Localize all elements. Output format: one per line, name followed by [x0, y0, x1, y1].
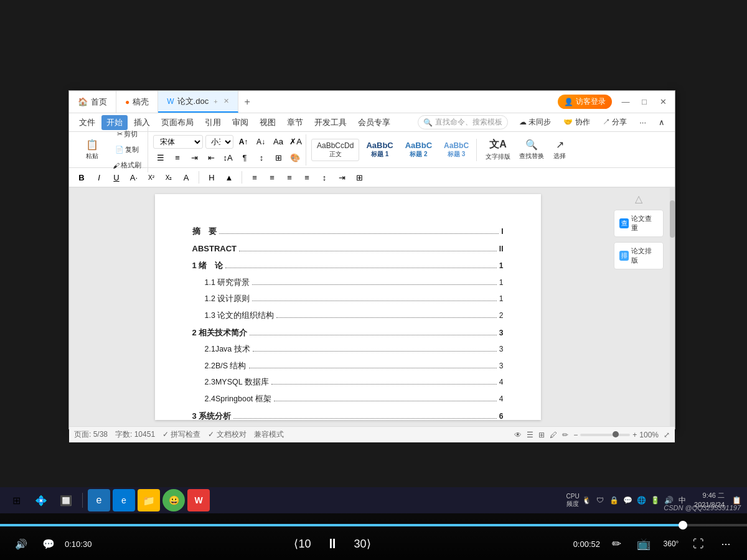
paste-button[interactable]: 📋 粘贴: [77, 136, 108, 163]
taskbar-wps[interactable]: W: [187, 489, 210, 511]
indent-more-button[interactable]: ⇥: [334, 170, 349, 185]
menu-chapter[interactable]: 章节: [282, 115, 308, 130]
style-h1[interactable]: AaBbC 标题 1: [361, 139, 398, 161]
tab-doc-close[interactable]: ✕: [223, 97, 229, 105]
font-color-button[interactable]: A: [179, 170, 194, 185]
view-icon-3[interactable]: ⊞: [538, 431, 545, 439]
tab-draft[interactable]: ● 稿壳: [116, 91, 158, 113]
thesis-check-button[interactable]: 查 论文查重: [614, 210, 664, 237]
menu-collab[interactable]: 🤝 协作: [558, 115, 594, 129]
subscript-button[interactable]: X₂: [161, 170, 176, 185]
search-button[interactable]: 💠: [30, 489, 52, 511]
view-icon-5[interactable]: ✏: [562, 431, 568, 439]
font-size-selector[interactable]: 小三: [205, 135, 233, 149]
maximize-button[interactable]: □: [636, 93, 653, 111]
align-right-button[interactable]: ≡: [282, 170, 297, 185]
spell-check[interactable]: ✓ 拼写检查: [162, 429, 200, 440]
paragraph-outdent-button[interactable]: ⇤: [204, 151, 218, 166]
paragraph-list1-button[interactable]: ☰: [153, 151, 168, 166]
volume-button[interactable]: 🔊: [10, 533, 32, 555]
tab-add-button[interactable]: +: [238, 91, 256, 113]
tray-qq[interactable]: 🐧: [581, 495, 592, 506]
scrollbar-thumb[interactable]: [670, 200, 675, 238]
tab-home[interactable]: 🏠 首页: [69, 91, 116, 113]
shrink-font-button[interactable]: A↓: [253, 134, 268, 149]
close-button[interactable]: ✕: [654, 93, 672, 111]
line-spacing-button[interactable]: ↕: [317, 170, 332, 185]
zoom-in-button[interactable]: +: [632, 431, 637, 439]
tray-wechat[interactable]: 💬: [622, 495, 633, 506]
zoom-out-button[interactable]: −: [573, 431, 578, 439]
style-h2[interactable]: AaBbC 标题 2: [400, 139, 437, 161]
guest-login-button[interactable]: 👤 访客登录: [558, 95, 612, 109]
menu-member[interactable]: 会员专享: [353, 115, 395, 130]
menu-search[interactable]: 🔍 直找命令、搜索模板: [418, 115, 508, 129]
fit-page-button[interactable]: ⤢: [664, 431, 670, 439]
minimize-button[interactable]: —: [617, 93, 634, 111]
tray-security2[interactable]: 🔒: [608, 495, 619, 506]
fullscreen-button[interactable]: ⛶: [687, 533, 710, 555]
menu-references[interactable]: 引用: [200, 115, 226, 130]
text-bg-button[interactable]: ▲: [222, 170, 237, 185]
rewind-button[interactable]: ⟨10: [291, 533, 314, 555]
pip-button[interactable]: 📺: [632, 533, 655, 555]
progress-bar[interactable]: [0, 524, 747, 526]
play-pause-button[interactable]: ⏸: [321, 533, 344, 555]
strikethrough-button[interactable]: A·: [126, 170, 141, 185]
paragraph-sort-button[interactable]: ↕A: [220, 151, 235, 166]
find-replace-button[interactable]: 🔍 查找替换: [515, 136, 548, 163]
font-style-button[interactable]: Aa: [271, 134, 286, 149]
taskbar-explorer[interactable]: 📁: [138, 489, 160, 511]
taskbar-edge[interactable]: e: [113, 489, 135, 511]
start-button[interactable]: ⊞: [5, 489, 27, 511]
paragraph-format-button[interactable]: ¶: [237, 151, 252, 166]
collapse-icon[interactable]: △: [635, 193, 642, 205]
subtitle-button[interactable]: 💬: [37, 533, 60, 555]
menu-sync[interactable]: ☁ 未同步: [514, 115, 556, 129]
tray-battery[interactable]: 🔋: [649, 495, 660, 506]
style-normal[interactable]: AaBbCcDd 正文: [311, 139, 359, 161]
thesis-format-button[interactable]: 排 论文排版: [614, 242, 664, 269]
task-view-button[interactable]: 🔲: [55, 489, 77, 511]
tray-security1[interactable]: 🛡: [594, 495, 606, 506]
paragraph-spacing-button[interactable]: ↕: [254, 151, 269, 166]
draw-button[interactable]: ✏: [605, 533, 627, 555]
justify-button[interactable]: ≡: [299, 170, 314, 185]
font-name-selector[interactable]: 宋体: [153, 135, 203, 149]
bold-button[interactable]: B: [74, 170, 89, 185]
menu-dev-tools[interactable]: 开发工具: [309, 115, 352, 130]
zoom-control[interactable]: − + 100%: [573, 431, 659, 439]
tray-network[interactable]: 🌐: [636, 495, 647, 506]
tray-cpu[interactable]: CPU频度: [567, 495, 578, 506]
menu-review[interactable]: 审阅: [227, 115, 253, 130]
menu-view[interactable]: 视图: [255, 115, 281, 130]
select-button[interactable]: ↗ 选择: [549, 136, 570, 163]
style-h3[interactable]: AaBbC 标题 3: [439, 139, 474, 161]
more-options-button[interactable]: ···: [715, 533, 737, 555]
text-edition-button[interactable]: 文A 文字排版: [482, 136, 514, 164]
vr-button[interactable]: 360°: [660, 533, 682, 555]
forward-button[interactable]: 30⟩: [351, 533, 374, 555]
menu-collapse[interactable]: ∧: [654, 116, 670, 129]
border-button[interactable]: ⊞: [271, 151, 286, 166]
table-insert-button[interactable]: ⊞: [352, 170, 367, 185]
menu-page-layout[interactable]: 页面布局: [156, 115, 199, 130]
doc-compare[interactable]: ✓ 文档校对: [208, 429, 246, 440]
underline-button[interactable]: U: [109, 170, 124, 185]
clear-format-button[interactable]: ✗A: [288, 134, 303, 149]
menu-share[interactable]: ↗ 分享: [598, 115, 632, 129]
taskbar-game[interactable]: 😀: [162, 489, 185, 511]
paragraph-list2-button[interactable]: ≡: [170, 151, 185, 166]
paragraph-indent-button[interactable]: ⇥: [187, 151, 202, 166]
shading-button[interactable]: 🎨: [288, 151, 303, 166]
cut-button[interactable]: ✂ 剪切: [109, 127, 145, 141]
tab-doc[interactable]: W 论文.doc + ✕: [158, 91, 238, 113]
align-center-button[interactable]: ≡: [265, 170, 280, 185]
italic-button[interactable]: I: [92, 170, 106, 185]
grow-font-button[interactable]: A↑: [236, 134, 251, 149]
menu-more[interactable]: ···: [634, 116, 651, 129]
align-left-button[interactable]: ≡: [247, 170, 262, 185]
taskbar-ie[interactable]: e: [88, 489, 110, 511]
zoom-slider[interactable]: [580, 434, 630, 436]
copy-button[interactable]: 📄 复制: [109, 142, 145, 157]
